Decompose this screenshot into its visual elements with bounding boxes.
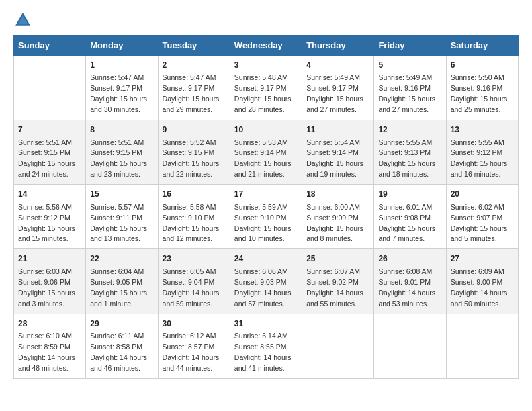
sunrise-info: Sunrise: 6:11 AMSunset: 8:58 PMDaylight:… <box>90 332 147 372</box>
sunrise-info: Sunrise: 5:57 AMSunset: 9:11 PMDaylight:… <box>90 203 147 243</box>
day-cell: 28Sunrise: 6:10 AMSunset: 8:59 PMDayligh… <box>14 314 86 378</box>
sunrise-info: Sunrise: 5:55 AMSunset: 9:13 PMDaylight:… <box>378 138 435 179</box>
day-cell: 9Sunrise: 5:52 AMSunset: 9:15 PMDaylight… <box>158 120 230 185</box>
sunrise-info: Sunrise: 6:07 AMSunset: 9:02 PMDaylight:… <box>306 267 363 308</box>
day-cell <box>14 56 86 120</box>
sunrise-info: Sunrise: 5:59 AMSunset: 9:10 PMDaylight:… <box>234 203 292 243</box>
day-number: 3 <box>234 60 298 71</box>
day-cell: 21Sunrise: 6:03 AMSunset: 9:06 PMDayligh… <box>14 249 86 314</box>
sunrise-info: Sunrise: 5:54 AMSunset: 9:14 PMDaylight:… <box>306 138 363 179</box>
day-number: 19 <box>378 189 441 200</box>
day-cell: 10Sunrise: 5:53 AMSunset: 9:14 PMDayligh… <box>230 120 302 185</box>
day-number: 16 <box>163 189 226 200</box>
day-number: 22 <box>90 253 153 265</box>
day-number: 5 <box>378 60 441 71</box>
day-cell: 4Sunrise: 5:49 AMSunset: 9:17 PMDaylight… <box>302 56 374 120</box>
day-number: 17 <box>234 189 298 200</box>
sunrise-info: Sunrise: 6:04 AMSunset: 9:05 PMDaylight:… <box>90 267 147 308</box>
sunrise-info: Sunrise: 6:00 AMSunset: 9:09 PMDaylight:… <box>306 203 363 243</box>
day-number: 26 <box>378 253 441 265</box>
col-header-monday: Monday <box>86 36 158 56</box>
logo <box>13 11 35 30</box>
day-cell <box>446 314 518 378</box>
week-row-3: 14Sunrise: 5:56 AMSunset: 9:12 PMDayligh… <box>14 185 519 249</box>
day-number: 31 <box>234 318 298 330</box>
day-number: 13 <box>451 124 514 136</box>
sunrise-info: Sunrise: 6:10 AMSunset: 8:59 PMDaylight:… <box>18 332 75 372</box>
day-cell: 22Sunrise: 6:04 AMSunset: 9:05 PMDayligh… <box>86 249 158 314</box>
col-header-saturday: Saturday <box>446 36 518 56</box>
day-cell: 8Sunrise: 5:51 AMSunset: 9:15 PMDaylight… <box>86 120 158 185</box>
day-cell: 6Sunrise: 5:50 AMSunset: 9:16 PMDaylight… <box>446 56 518 120</box>
day-number: 29 <box>90 318 153 330</box>
day-number: 14 <box>18 189 81 200</box>
week-row-4: 21Sunrise: 6:03 AMSunset: 9:06 PMDayligh… <box>14 249 519 314</box>
day-number: 6 <box>451 60 514 71</box>
day-number: 10 <box>234 124 298 136</box>
day-number: 28 <box>18 318 81 330</box>
day-number: 2 <box>163 60 226 71</box>
day-cell: 7Sunrise: 5:51 AMSunset: 9:15 PMDaylight… <box>14 120 86 185</box>
day-cell: 17Sunrise: 5:59 AMSunset: 9:10 PMDayligh… <box>230 185 302 249</box>
sunrise-info: Sunrise: 6:09 AMSunset: 9:00 PMDaylight:… <box>451 267 508 308</box>
day-number: 11 <box>306 124 369 136</box>
col-header-friday: Friday <box>374 36 446 56</box>
col-header-sunday: Sunday <box>14 36 86 56</box>
day-cell: 25Sunrise: 6:07 AMSunset: 9:02 PMDayligh… <box>302 249 374 314</box>
week-row-1: 1Sunrise: 5:47 AMSunset: 9:17 PMDaylight… <box>14 56 519 120</box>
logo-icon <box>13 11 32 30</box>
day-number: 7 <box>18 124 81 136</box>
sunrise-info: Sunrise: 5:55 AMSunset: 9:12 PMDaylight:… <box>451 138 508 179</box>
day-cell: 12Sunrise: 5:55 AMSunset: 9:13 PMDayligh… <box>374 120 446 185</box>
sunrise-info: Sunrise: 5:47 AMSunset: 9:17 PMDaylight:… <box>163 73 220 113</box>
day-cell: 15Sunrise: 5:57 AMSunset: 9:11 PMDayligh… <box>86 185 158 249</box>
header-row: SundayMondayTuesdayWednesdayThursdayFrid… <box>14 36 519 56</box>
sunrise-info: Sunrise: 6:03 AMSunset: 9:06 PMDaylight:… <box>18 267 75 308</box>
day-number: 12 <box>378 124 441 136</box>
day-cell: 23Sunrise: 6:05 AMSunset: 9:04 PMDayligh… <box>158 249 230 314</box>
sunrise-info: Sunrise: 6:06 AMSunset: 9:03 PMDaylight:… <box>234 267 292 308</box>
sunrise-info: Sunrise: 5:52 AMSunset: 9:15 PMDaylight:… <box>163 138 220 179</box>
col-header-wednesday: Wednesday <box>230 36 302 56</box>
day-number: 9 <box>163 124 226 136</box>
day-cell: 30Sunrise: 6:12 AMSunset: 8:57 PMDayligh… <box>158 314 230 378</box>
day-cell <box>302 314 374 378</box>
sunrise-info: Sunrise: 6:02 AMSunset: 9:07 PMDaylight:… <box>451 203 508 243</box>
week-row-2: 7Sunrise: 5:51 AMSunset: 9:15 PMDaylight… <box>14 120 519 185</box>
day-cell <box>374 314 446 378</box>
day-number: 24 <box>234 253 298 265</box>
day-number: 23 <box>163 253 226 265</box>
day-number: 30 <box>163 318 226 330</box>
day-cell: 3Sunrise: 5:48 AMSunset: 9:17 PMDaylight… <box>230 56 302 120</box>
day-cell: 24Sunrise: 6:06 AMSunset: 9:03 PMDayligh… <box>230 249 302 314</box>
day-cell: 26Sunrise: 6:08 AMSunset: 9:01 PMDayligh… <box>374 249 446 314</box>
day-number: 21 <box>18 253 81 265</box>
sunrise-info: Sunrise: 6:05 AMSunset: 9:04 PMDaylight:… <box>163 267 220 308</box>
day-cell: 13Sunrise: 5:55 AMSunset: 9:12 PMDayligh… <box>446 120 518 185</box>
sunrise-info: Sunrise: 5:48 AMSunset: 9:17 PMDaylight:… <box>234 73 292 113</box>
sunrise-info: Sunrise: 6:08 AMSunset: 9:01 PMDaylight:… <box>378 267 435 308</box>
page: SundayMondayTuesdayWednesdayThursdayFrid… <box>0 0 532 392</box>
sunrise-info: Sunrise: 5:56 AMSunset: 9:12 PMDaylight:… <box>18 203 75 243</box>
sunrise-info: Sunrise: 6:12 AMSunset: 8:57 PMDaylight:… <box>163 332 220 372</box>
day-number: 18 <box>306 189 369 200</box>
day-number: 20 <box>451 189 514 200</box>
day-number: 8 <box>90 124 153 136</box>
day-cell: 2Sunrise: 5:47 AMSunset: 9:17 PMDaylight… <box>158 56 230 120</box>
day-number: 27 <box>451 253 514 265</box>
col-header-tuesday: Tuesday <box>158 36 230 56</box>
day-number: 1 <box>90 60 153 71</box>
sunrise-info: Sunrise: 5:51 AMSunset: 9:15 PMDaylight:… <box>18 138 75 179</box>
day-cell: 20Sunrise: 6:02 AMSunset: 9:07 PMDayligh… <box>446 185 518 249</box>
sunrise-info: Sunrise: 5:51 AMSunset: 9:15 PMDaylight:… <box>90 138 147 179</box>
day-cell: 29Sunrise: 6:11 AMSunset: 8:58 PMDayligh… <box>86 314 158 378</box>
day-cell: 18Sunrise: 6:00 AMSunset: 9:09 PMDayligh… <box>302 185 374 249</box>
day-number: 25 <box>306 253 369 265</box>
sunrise-info: Sunrise: 5:49 AMSunset: 9:16 PMDaylight:… <box>378 73 435 113</box>
col-header-thursday: Thursday <box>302 36 374 56</box>
sunrise-info: Sunrise: 6:01 AMSunset: 9:08 PMDaylight:… <box>378 203 435 243</box>
day-number: 15 <box>90 189 153 200</box>
sunrise-info: Sunrise: 5:53 AMSunset: 9:14 PMDaylight:… <box>234 138 292 179</box>
sunrise-info: Sunrise: 6:14 AMSunset: 8:55 PMDaylight:… <box>234 332 292 372</box>
day-number: 4 <box>306 60 369 71</box>
